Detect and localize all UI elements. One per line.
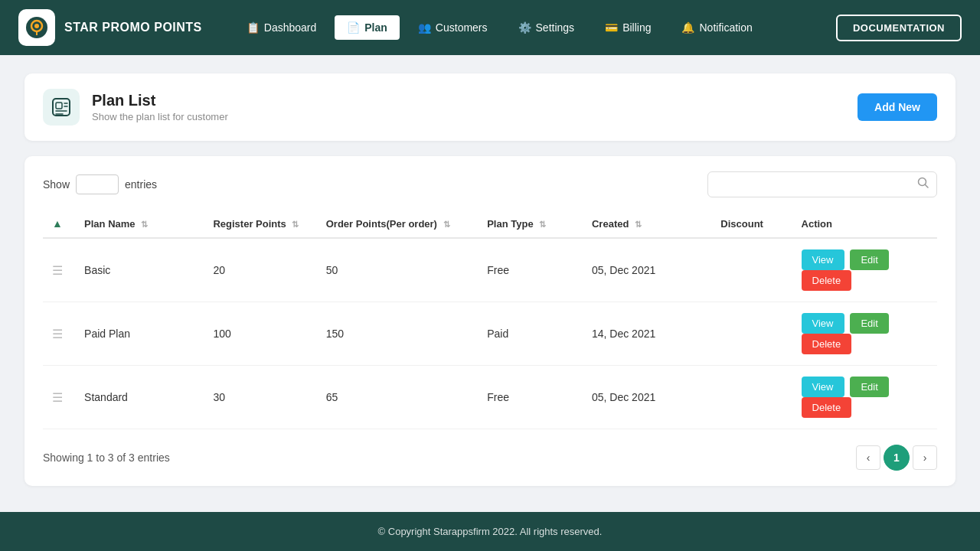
entries-label: entries	[125, 178, 157, 191]
nav-label-dashboard: Dashboard	[264, 21, 317, 34]
footer: © Copyright Starappsfirm 2022. All right…	[0, 512, 980, 551]
show-label: Show	[43, 178, 70, 191]
page-header-card: Plan List Show the plan list for custome…	[24, 73, 956, 141]
cell-register-points: 20	[204, 238, 316, 302]
controls-row: Show 10 entries	[43, 171, 937, 197]
search-input[interactable]	[707, 171, 937, 197]
th-discount: Discount	[711, 210, 792, 238]
cell-discount	[711, 238, 792, 302]
pagination-info: Showing 1 to 3 of 3 entries	[43, 452, 170, 464]
delete-button[interactable]: Delete	[802, 397, 852, 418]
table-body: ☰ Basic 20 50 Free 05, Dec 2021 View Edi…	[43, 238, 937, 429]
sort-icon-reg-pts: ⇅	[292, 220, 299, 229]
nav-label-plan: Plan	[364, 21, 387, 34]
nav-item-customers[interactable]: 👥 Customers	[404, 14, 501, 41]
navbar: STAR PROMO POINTS 📋 Dashboard 📄 Plan 👥 C…	[0, 0, 980, 55]
cell-discount	[711, 302, 792, 366]
edit-button[interactable]: Edit	[850, 249, 888, 270]
nav-item-dashboard[interactable]: 📋 Dashboard	[233, 14, 331, 41]
table-row: ☰ Basic 20 50 Free 05, Dec 2021 View Edi…	[43, 238, 937, 302]
cell-plan-name: Standard	[75, 366, 204, 429]
cell-created: 05, Dec 2021	[583, 238, 711, 302]
nav-item-billing[interactable]: 💳 Billing	[591, 14, 665, 41]
entries-input[interactable]: 10	[76, 174, 119, 194]
th-register-points[interactable]: Register Points ⇅	[204, 210, 316, 238]
cell-drag: ☰	[43, 366, 75, 429]
footer-text: © Copyright Starappsfirm 2022. All right…	[378, 526, 603, 537]
cell-order-points: 50	[317, 238, 478, 302]
cell-register-points: 100	[204, 302, 316, 366]
th-order-points[interactable]: Order Points(Per order) ⇅	[317, 210, 478, 238]
cell-plan-name: Basic	[75, 238, 204, 302]
billing-icon: 💳	[605, 21, 618, 34]
cell-order-points: 150	[317, 302, 478, 366]
table-card: Show 10 entries ▲	[24, 156, 956, 486]
cell-drag: ☰	[43, 302, 75, 366]
cell-plan-type: Free	[478, 366, 583, 429]
next-page-button[interactable]: ›	[913, 445, 937, 470]
plan-icon: 📄	[347, 21, 360, 34]
cell-drag: ☰	[43, 238, 75, 302]
app-logo	[18, 9, 55, 46]
edit-button[interactable]: Edit	[850, 377, 888, 397]
th-drag: ▲	[43, 210, 75, 238]
cell-action: View Edit Delete	[792, 366, 937, 429]
delete-button[interactable]: Delete	[802, 270, 852, 291]
search-button[interactable]	[917, 177, 929, 192]
cell-register-points: 30	[204, 366, 316, 429]
drag-icon: ☰	[52, 328, 63, 341]
view-button[interactable]: View	[802, 313, 844, 334]
sort-icon-order-pts: ⇅	[443, 220, 450, 229]
nav-label-notification: Notification	[699, 21, 752, 34]
show-entries: Show 10 entries	[43, 174, 157, 194]
edit-button[interactable]: Edit	[850, 313, 888, 334]
cell-created: 05, Dec 2021	[583, 366, 711, 429]
pagination-row: Showing 1 to 3 of 3 entries ‹ 1 ›	[43, 445, 937, 471]
svg-rect-4	[56, 103, 62, 109]
table-row: ☰ Standard 30 65 Free 05, Dec 2021 View …	[43, 366, 937, 429]
page-header-left: Plan List Show the plan list for custome…	[43, 89, 228, 126]
prev-page-button[interactable]: ‹	[856, 445, 880, 470]
documentation-button[interactable]: DOCUMENTATION	[836, 15, 962, 41]
sort-icon-plan-name: ⇅	[141, 220, 148, 229]
pagination-controls: ‹ 1 ›	[856, 445, 937, 471]
th-plan-type[interactable]: Plan Type ⇅	[478, 210, 583, 238]
page-1-button[interactable]: 1	[884, 445, 910, 471]
cell-discount	[711, 366, 792, 429]
cell-action: View Edit Delete	[792, 302, 937, 366]
dashboard-icon: 📋	[247, 21, 260, 34]
notification-icon: 🔔	[681, 21, 694, 34]
th-action: Action	[792, 210, 937, 238]
sort-icon-plan-type: ⇅	[539, 220, 546, 229]
table-header-row: ▲ Plan Name ⇅ Register Points ⇅ Order Po…	[43, 210, 937, 238]
cell-order-points: 65	[317, 366, 478, 429]
th-plan-name[interactable]: Plan Name ⇅	[75, 210, 204, 238]
customers-icon: 👥	[418, 21, 431, 34]
nav-item-notification[interactable]: 🔔 Notification	[668, 14, 766, 41]
plan-table: ▲ Plan Name ⇅ Register Points ⇅ Order Po…	[43, 210, 937, 429]
brand-name: STAR PROMO POINTS	[64, 21, 202, 34]
add-new-button[interactable]: Add New	[858, 93, 937, 121]
nav-items: 📋 Dashboard 📄 Plan 👥 Customers ⚙️ Settin…	[233, 14, 830, 41]
page-header-text: Plan List Show the plan list for custome…	[92, 92, 228, 122]
th-created[interactable]: Created ⇅	[583, 210, 711, 238]
nav-item-settings[interactable]: ⚙️ Settings	[505, 14, 589, 41]
svg-point-2	[34, 24, 39, 28]
drag-icon: ☰	[52, 391, 63, 404]
svg-line-10	[926, 185, 929, 188]
nav-label-customers: Customers	[436, 21, 488, 34]
nav-label-settings: Settings	[536, 21, 575, 34]
page-title: Plan List	[92, 92, 228, 109]
nav-brand: STAR PROMO POINTS	[18, 9, 202, 46]
main-content: Plan List Show the plan list for custome…	[0, 55, 980, 512]
view-button[interactable]: View	[802, 377, 844, 397]
view-button[interactable]: View	[802, 249, 844, 270]
nav-item-plan[interactable]: 📄 Plan	[333, 14, 401, 41]
delete-button[interactable]: Delete	[802, 334, 852, 354]
cell-plan-type: Paid	[478, 302, 583, 366]
drag-icon: ☰	[52, 264, 63, 277]
nav-label-billing: Billing	[622, 21, 651, 34]
table-row: ☰ Paid Plan 100 150 Paid 14, Dec 2021 Vi…	[43, 302, 937, 366]
cell-plan-name: Paid Plan	[75, 302, 204, 366]
page-subtitle: Show the plan list for customer	[92, 111, 228, 122]
